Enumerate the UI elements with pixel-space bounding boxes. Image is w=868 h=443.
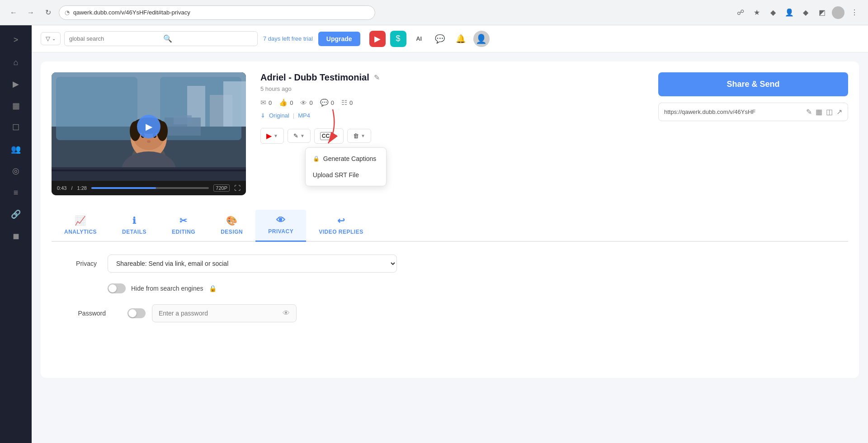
title-edit-icon[interactable]: ✎ <box>374 73 380 82</box>
tab-video-replies[interactable]: ↩ VIDEO REPLIES <box>306 210 376 242</box>
privacy-select[interactable]: Shareable: Send via link, email or socia… <box>108 254 397 273</box>
progress-bar[interactable] <box>91 187 209 189</box>
forward-button[interactable]: → <box>24 6 37 19</box>
privacy-tab-label: PRIVACY <box>268 228 293 235</box>
thumbs-count: 0 <box>290 99 293 106</box>
ai-button[interactable]: AI <box>411 31 427 47</box>
download-original-link[interactable]: Original <box>269 112 289 119</box>
copy-link-icon[interactable]: ▦ <box>816 108 822 116</box>
total-time: 1:28 <box>77 185 86 191</box>
trash-icon: 🗑 <box>353 132 359 139</box>
caption-chevron: ▼ <box>333 133 338 138</box>
address-bar[interactable]: ◔ qawerk.dubb.com/v/46YsHF/edit#tab-priv… <box>59 5 375 20</box>
download-mp4-link[interactable]: MP4 <box>298 112 310 119</box>
sidebar-item-target[interactable]: ◎ <box>6 161 26 181</box>
refresh-button[interactable]: ↻ <box>42 6 54 19</box>
extension2-icon[interactable]: ◆ <box>799 6 812 19</box>
svg-rect-21 <box>52 167 246 181</box>
upload-srt-label: Upload SRT File <box>313 171 359 179</box>
bell-button[interactable]: 🔔 <box>453 31 469 47</box>
svg-rect-2 <box>56 77 137 140</box>
tab-analytics[interactable]: 📈 ANALYTICS <box>52 210 109 242</box>
edit-link-icon[interactable]: ✎ <box>806 108 812 116</box>
editing-tab-label: EDITING <box>172 229 195 235</box>
bookmark-icon[interactable]: ★ <box>750 6 763 19</box>
profile-icon[interactable]: 👤 <box>783 6 796 19</box>
edit-chevron: ▼ <box>300 133 305 138</box>
menu-icon[interactable]: ⋮ <box>848 6 861 19</box>
password-input-wrap[interactable]: 👁 <box>152 304 297 322</box>
user-avatar[interactable] <box>832 6 844 19</box>
cast-icon[interactable]: ◩ <box>816 6 828 19</box>
sidebar-item-videos[interactable]: ▶ <box>6 74 26 94</box>
shares-stat: ☷ 0 <box>341 99 353 107</box>
hide-search-toggle-row: Hide from search engines 🔒 <box>61 283 839 293</box>
ai-label: AI <box>416 35 422 42</box>
upload-srt-item[interactable]: Upload SRT File <box>306 167 386 183</box>
password-toggle[interactable] <box>127 308 146 318</box>
record-icon: ▶ <box>374 34 381 44</box>
password-toggle-knob <box>128 309 137 317</box>
qr-code-icon[interactable]: ◫ <box>826 108 833 116</box>
eye-icon[interactable]: 👁 <box>283 309 290 317</box>
trash-button[interactable]: 🗑 ▼ <box>347 129 371 143</box>
action-buttons-row: ▶ ▼ ✎ ▼ CC ▼ <box>260 128 644 144</box>
details-tab-icon: ℹ <box>132 215 137 226</box>
play-button[interactable]: ▶ <box>137 115 160 138</box>
comments-stat: 💬 0 <box>320 99 334 107</box>
sidebar-item-contacts[interactable]: 👥 <box>6 139 26 159</box>
translate-icon[interactable]: ☍ <box>734 6 747 19</box>
tab-privacy[interactable]: 👁 PRIVACY <box>255 210 306 242</box>
lock-icon: 🔒 <box>313 156 320 162</box>
hide-search-toggle[interactable] <box>108 283 126 293</box>
search-input[interactable] <box>69 35 160 42</box>
design-tab-label: DESIGN <box>221 229 243 235</box>
privacy-tab-icon: 👁 <box>276 215 286 226</box>
email-icon: ✉ <box>260 99 266 107</box>
edit-button[interactable]: ✎ ▼ <box>288 129 311 143</box>
caption-button[interactable]: CC ▼ <box>314 128 344 144</box>
generate-captions-item[interactable]: 🔒 Generate Captions <box>306 151 386 167</box>
back-button[interactable]: ← <box>7 6 20 19</box>
youtube-button[interactable]: ▶ ▼ <box>260 128 284 144</box>
sidebar-item-more[interactable]: ◼ <box>6 226 26 246</box>
record-button[interactable]: ▶ <box>369 31 386 47</box>
search-input-wrap[interactable]: 🔍 <box>64 31 258 46</box>
tab-details[interactable]: ℹ DETAILS <box>109 210 159 242</box>
extension-icon[interactable]: ◆ <box>767 6 779 19</box>
filter-chevron: ⌄ <box>52 36 56 41</box>
time-ago: 5 hours ago <box>260 85 644 92</box>
tab-editing[interactable]: ✂ EDITING <box>159 210 208 242</box>
fullscreen-button[interactable]: ⛶ <box>234 184 241 192</box>
sidebar-item-lists[interactable]: ≡ <box>6 183 26 203</box>
tab-design[interactable]: 🎨 DESIGN <box>208 210 255 242</box>
sidebar-item-dashboard[interactable]: ▦ <box>6 96 26 116</box>
chat-button[interactable]: 💬 <box>432 31 448 47</box>
sidebar-item-links[interactable]: 🔗 <box>6 204 26 224</box>
search-area: ▽ ⌄ 🔍 <box>41 31 258 46</box>
main-area: ▽ ⌄ 🔍 7 days left free trial Upgrade ▶ $ <box>32 25 868 443</box>
editing-tab-icon: ✂ <box>179 215 188 226</box>
sidebar-toggle[interactable]: > <box>9 33 23 47</box>
comments-count: 0 <box>331 99 334 106</box>
hide-search-label: Hide from search engines <box>131 285 203 292</box>
top-bar: ▽ ⌄ 🔍 7 days left free trial Upgrade ▶ $ <box>32 25 868 52</box>
sidebar-item-home[interactable]: ⌂ <box>6 52 26 72</box>
upgrade-button[interactable]: Upgrade <box>318 32 360 46</box>
password-input[interactable] <box>159 310 283 317</box>
sidebar-item-library[interactable]: ☐ <box>6 118 26 137</box>
quality-badge: 720P <box>213 184 230 192</box>
download-row: ⇓ Original | MP4 <box>260 112 644 119</box>
email-stat: ✉ 0 <box>260 99 272 107</box>
svg-point-20 <box>147 140 151 143</box>
pipe-separator: | <box>293 112 294 119</box>
stats-row: ✉ 0 👍 0 👁 0 <box>260 99 644 107</box>
share-send-button[interactable]: Share & Send <box>658 72 848 96</box>
video-replies-tab-icon: ↩ <box>337 215 345 226</box>
user-profile-button[interactable]: 👤 <box>473 31 490 47</box>
trash-chevron: ▼ <box>361 133 365 138</box>
filter-button[interactable]: ▽ ⌄ <box>41 32 61 45</box>
privacy-section: Privacy Shareable: Send via link, email … <box>52 254 848 322</box>
screen-record-button[interactable]: $ <box>390 31 406 47</box>
open-link-icon[interactable]: ↗ <box>836 108 842 116</box>
